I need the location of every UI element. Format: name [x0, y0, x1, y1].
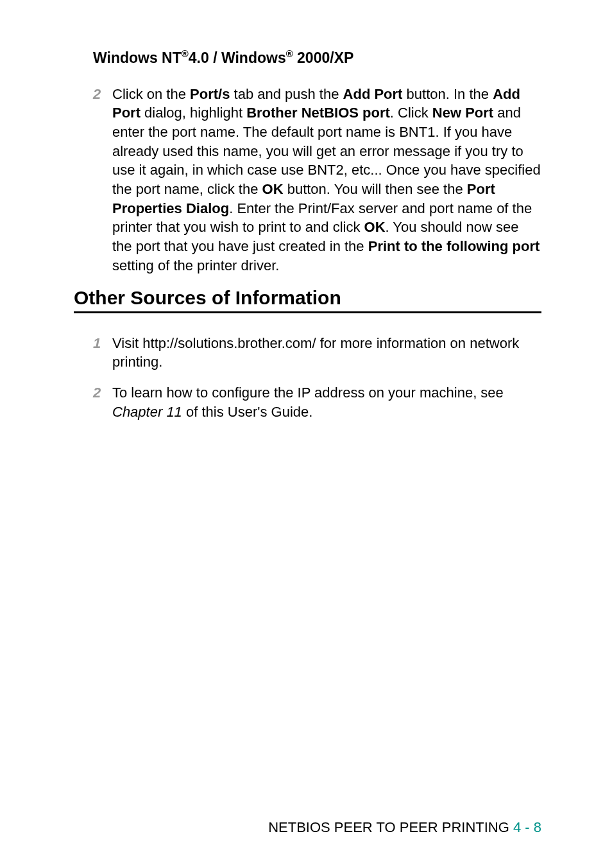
bold-text: Add Port — [343, 86, 403, 102]
text: button. You will then see the — [284, 181, 467, 197]
info-number: 1 — [93, 334, 112, 372]
section-heading: Other Sources of Information — [74, 287, 541, 309]
text: tab and push the — [230, 86, 343, 102]
chapter-reference[interactable]: Chapter 11 — [112, 404, 182, 420]
step-number: 2 — [93, 85, 112, 275]
info-number: 2 — [93, 383, 112, 421]
info-content: To learn how to configure the IP address… — [112, 383, 541, 421]
info-item-2: 2 To learn how to configure the IP addre… — [93, 383, 541, 421]
section-rule — [74, 311, 541, 313]
info-content: Visit http://solutions.brother.com/ for … — [112, 334, 541, 372]
bold-text: Port/s — [190, 86, 230, 102]
text: of this User's Guide. — [182, 404, 313, 420]
info-item-1: 1 Visit http://solutions.brother.com/ fo… — [93, 334, 541, 372]
text: . Click — [390, 105, 432, 121]
bold-text: Brother NetBIOS port — [246, 105, 390, 121]
subsection-heading: Windows NT®4.0 / Windows® 2000/XP — [93, 48, 541, 67]
bold-text: OK — [262, 181, 284, 197]
step-content: Click on the Port/s tab and push the Add… — [112, 85, 541, 275]
text: Visit — [112, 335, 142, 351]
text: dialog, highlight — [140, 105, 246, 121]
bold-text: New Port — [432, 105, 493, 121]
step-2: 2 Click on the Port/s tab and push the A… — [93, 85, 541, 275]
heading-suffix: 2000/XP — [293, 49, 354, 66]
heading-prefix: Windows NT — [93, 49, 182, 66]
footer-page-number: 4 - 8 — [513, 819, 541, 835]
page-footer: NETBIOS PEER TO PEER PRINTING 4 - 8 — [268, 819, 541, 836]
footer-label: NETBIOS PEER TO PEER PRINTING — [268, 819, 513, 835]
bold-text: Print to the following port — [368, 238, 540, 254]
text: To learn how to configure the IP address… — [112, 385, 504, 401]
heading-sup2: ® — [286, 48, 293, 59]
heading-mid: 4.0 / Windows — [189, 49, 286, 66]
text: Click on the — [112, 86, 190, 102]
text: button. In the — [402, 86, 493, 102]
text: setting of the printer driver. — [112, 257, 279, 273]
bold-text: OK — [364, 219, 386, 235]
link-text[interactable]: http://solutions.brother.com/ — [142, 335, 316, 351]
heading-sup1: ® — [182, 48, 189, 59]
